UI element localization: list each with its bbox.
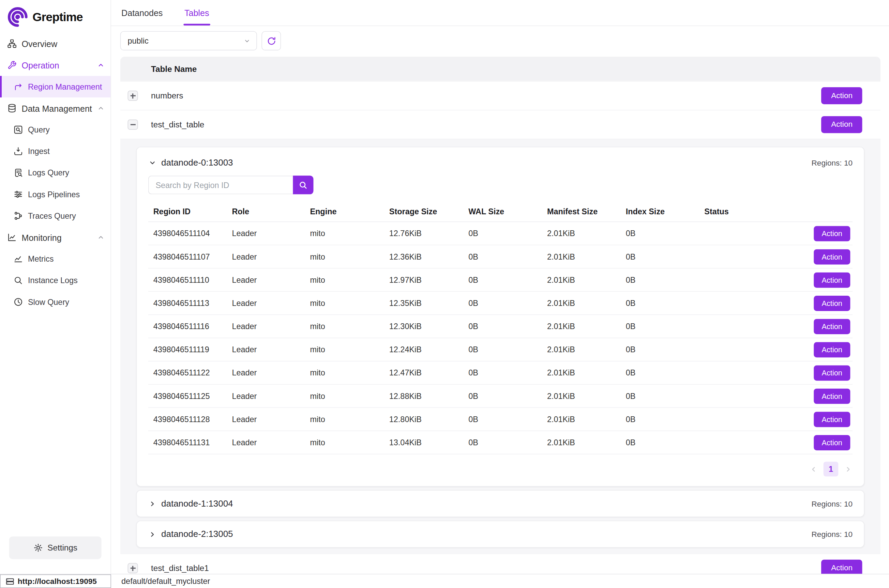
datanode-regions-count: Regions: 10 xyxy=(812,500,853,508)
sidebar-item-label: Overview xyxy=(22,39,58,48)
region-table-row: 4398046511113Leadermito12.35KiB0B2.01KiB… xyxy=(148,292,853,315)
region-cell: 0B xyxy=(463,322,542,331)
region-cell: Leader xyxy=(227,229,305,238)
region-cell: 2.01KiB xyxy=(542,368,621,378)
region-cell: 4398046511107 xyxy=(148,252,227,261)
region-action-button[interactable]: Action xyxy=(814,435,850,450)
sidebar-item-query[interactable]: Query xyxy=(0,119,110,140)
region-cell: 0B xyxy=(621,438,700,447)
sidebar-item-label: Query xyxy=(28,125,50,134)
sidebar-item-region-management[interactable]: Region Management xyxy=(0,76,110,98)
region-cell: 12.24KiB xyxy=(384,345,463,354)
region-column-header: Region ID xyxy=(148,207,227,216)
table-name-column-header: Table Name xyxy=(151,64,197,74)
region-cell: 2.01KiB xyxy=(542,252,621,261)
metrics-icon xyxy=(13,254,23,264)
region-cell: 0B xyxy=(621,322,700,331)
sidebar-item-monitoring[interactable]: Monitoring xyxy=(0,226,110,248)
sidebar-item-logs-pipelines[interactable]: Logs Pipelines xyxy=(0,184,110,205)
region-cell: Leader xyxy=(227,298,305,308)
region-cell: 12.80KiB xyxy=(384,415,463,424)
chevron-left-icon xyxy=(809,465,818,473)
region-search-input[interactable] xyxy=(148,176,293,194)
region-table-row: 4398046511107Leadermito12.36KiB0B2.01KiB… xyxy=(148,245,853,268)
region-cell: 4398046511104 xyxy=(148,229,227,238)
tab-tables[interactable]: Tables xyxy=(183,0,210,26)
sidebar-item-overview[interactable]: Overview xyxy=(0,33,110,54)
region-cell: mito xyxy=(305,392,384,400)
operation-wrench-icon xyxy=(7,60,17,70)
region-action-button[interactable]: Action xyxy=(814,342,850,357)
region-cell: 2.01KiB xyxy=(542,298,621,308)
region-cell: Leader xyxy=(227,368,305,378)
region-cell: 0B xyxy=(621,252,700,261)
region-action-button[interactable]: Action xyxy=(814,318,850,334)
expand-plus-icon[interactable] xyxy=(128,91,138,101)
pagination-next-button[interactable] xyxy=(844,465,853,473)
region-cell: mito xyxy=(305,415,384,424)
region-cell: 2.01KiB xyxy=(542,392,621,400)
sidebar-item-instance-logs[interactable]: Instance Logs xyxy=(0,270,110,291)
sidebar-item-metrics[interactable]: Metrics xyxy=(0,248,110,270)
sidebar-item-ingest[interactable]: Ingest xyxy=(0,140,110,162)
refresh-button[interactable] xyxy=(261,31,281,50)
region-action-button[interactable]: Action xyxy=(814,388,850,404)
sidebar-item-label: Metrics xyxy=(28,255,54,264)
region-action-button[interactable]: Action xyxy=(814,365,850,381)
region-action-button[interactable]: Action xyxy=(814,272,850,288)
region-action-button[interactable]: Action xyxy=(814,296,850,311)
region-column-header: Index Size xyxy=(621,207,700,216)
sidebar-item-label: Data Management xyxy=(22,103,92,113)
tables-table: Table Name numbers Action test_dist_tabl… xyxy=(120,57,880,582)
region-cell: 0B xyxy=(463,415,542,424)
pagination-page-1[interactable]: 1 xyxy=(824,462,838,476)
sidebar-item-slow-query[interactable]: Slow Query xyxy=(0,291,110,313)
collapse-minus-icon[interactable] xyxy=(128,120,138,130)
region-cell: 0B xyxy=(463,275,542,285)
region-search-button[interactable] xyxy=(293,176,313,194)
host-url: http://localhost:19095 xyxy=(18,577,97,586)
sidebar-item-label: Traces Query xyxy=(28,211,76,220)
sidebar-item-traces-query[interactable]: Traces Query xyxy=(0,205,110,226)
cluster-name: default/default_mycluster xyxy=(111,574,210,588)
region-cell: 2.01KiB xyxy=(542,322,621,331)
table-action-button[interactable]: Action xyxy=(821,87,862,104)
table-action-button[interactable]: Action xyxy=(821,116,862,133)
sidebar-item-logs-query[interactable]: Logs Query xyxy=(0,162,110,184)
host-endpoint[interactable]: http://localhost:19095 xyxy=(0,574,111,588)
brand-name: Greptime xyxy=(32,10,83,24)
region-column-header: Engine xyxy=(305,207,384,216)
settings-button[interactable]: Settings xyxy=(9,537,102,560)
region-column-header: Storage Size xyxy=(384,207,463,216)
region-cell: Leader xyxy=(227,392,305,400)
tabbar: Datanodes Tables xyxy=(111,0,889,26)
datanode-header[interactable]: datanode-0:13003 Regions: 10 xyxy=(148,158,853,168)
sidebar-item-label: Logs Query xyxy=(28,168,69,177)
region-action-button[interactable]: Action xyxy=(814,226,850,241)
query-icon xyxy=(13,125,23,135)
pagination-prev-button[interactable] xyxy=(809,465,818,473)
sidebar-item-label: Monitoring xyxy=(22,232,62,242)
region-cell: Leader xyxy=(227,415,305,424)
region-action-button[interactable]: Action xyxy=(814,249,850,264)
expand-plus-icon[interactable] xyxy=(128,563,138,573)
datanode-card[interactable]: datanode-2:13005 Regions: 10 xyxy=(136,520,865,548)
tab-datanodes[interactable]: Datanodes xyxy=(120,0,164,26)
region-cell: mito xyxy=(305,438,384,447)
region-cell: 0B xyxy=(463,345,542,354)
region-cell: 0B xyxy=(621,368,700,378)
sidebar-item-operation[interactable]: Operation xyxy=(0,54,110,76)
brand-logo[interactable]: Greptime xyxy=(0,0,110,33)
chevron-up-icon xyxy=(97,233,105,241)
sidebar-item-data-management[interactable]: Data Management xyxy=(0,98,110,119)
datanode-regions-count: Regions: 10 xyxy=(812,530,853,538)
region-action-button[interactable]: Action xyxy=(814,411,850,427)
datanode-card[interactable]: datanode-1:13004 Regions: 10 xyxy=(136,490,865,517)
region-table-row: 4398046511116Leadermito12.30KiB0B2.01KiB… xyxy=(148,315,853,338)
region-cell: 0B xyxy=(463,298,542,308)
table-name: numbers xyxy=(151,91,183,100)
region-search xyxy=(148,176,853,194)
table-expand-panel: datanode-0:13003 Regions: 10 Region xyxy=(120,139,880,553)
schema-select[interactable]: public xyxy=(120,31,257,50)
region-column-header: Status xyxy=(699,207,812,216)
